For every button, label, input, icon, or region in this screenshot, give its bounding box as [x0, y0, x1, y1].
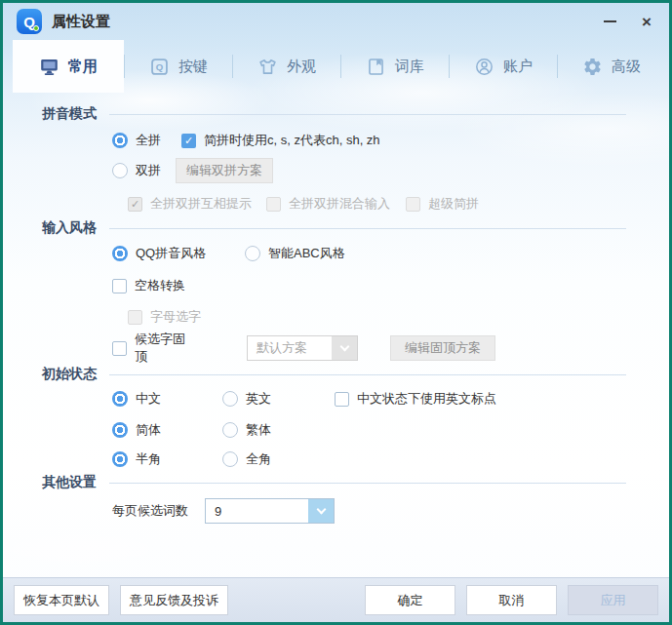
- qq-pinyin-logo-icon: Q: [17, 9, 42, 34]
- radio-label: 繁体: [246, 421, 271, 439]
- radio-unselected-icon: [222, 451, 238, 467]
- tab-label: 按键: [178, 58, 208, 76]
- checkbox-english-punct[interactable]: 中文状态下使用英文标点: [335, 390, 496, 408]
- radio-full-width[interactable]: 全角: [222, 450, 271, 468]
- gear-icon: [582, 57, 603, 77]
- title-bar: Q 属性设置 ×: [3, 3, 669, 40]
- section-title: 初始状态: [42, 366, 97, 383]
- row-width: 半角 全角: [3, 449, 669, 469]
- section-title: 其他设置: [42, 474, 97, 491]
- checkbox-label: 全拼双拼互相提示: [150, 195, 252, 213]
- radio-selected-icon: [112, 246, 128, 261]
- edit-shuangpin-button: 编辑双拼方案: [176, 158, 273, 183]
- section-initial-state: 初始状态: [42, 367, 626, 382]
- row-space-convert: 空格转换: [3, 277, 669, 294]
- pin-scheme-dropdown: 默认方案: [247, 335, 358, 361]
- tab-dictionary[interactable]: 词库: [341, 40, 449, 93]
- row-shuangpin-suboptions: ✓ 全拼双拼互相提示 全拼双拼混合输入 超级简拼: [3, 195, 669, 213]
- section-divider: [109, 114, 626, 115]
- row-language: 中文 英文 中文状态下使用英文标点: [3, 389, 669, 409]
- checkbox-space-convert[interactable]: 空格转换: [112, 277, 185, 294]
- checkbox-unchecked-icon: [112, 341, 127, 356]
- footer-bar: 恢复本页默认 意见反馈及投诉 确定 取消 应用: [3, 577, 669, 622]
- radio-unselected-icon: [222, 422, 238, 438]
- dropdown-value: 默认方案: [248, 339, 332, 357]
- radio-chinese[interactable]: 中文: [112, 390, 222, 408]
- apply-button: 应用: [568, 585, 658, 615]
- checkbox-label: 候选字固顶: [135, 331, 197, 366]
- radio-unselected-icon: [112, 163, 128, 178]
- radio-label: 全拼: [136, 132, 161, 149]
- radio-unselected-icon: [222, 391, 238, 407]
- chevron-down-icon: [332, 336, 357, 360]
- section-divider: [109, 483, 626, 484]
- radio-shuangpin[interactable]: 双拼: [112, 162, 176, 179]
- radio-quanpin[interactable]: 全拼: [112, 132, 181, 149]
- edit-pin-scheme-button: 编辑固顶方案: [390, 335, 495, 361]
- checkbox-letter-select: 字母选字: [128, 308, 201, 326]
- tab-label: 常用: [68, 58, 98, 76]
- cancel-button[interactable]: 取消: [466, 585, 557, 615]
- radio-selected-icon: [112, 451, 128, 467]
- checkbox-label: 简拼时使用c, s, z代表ch, sh, zh: [204, 132, 380, 149]
- section-input-style: 输入风格: [42, 220, 626, 236]
- row-letter-select: 字母选字: [3, 308, 669, 326]
- checkbox-disabled-checked-icon: ✓: [128, 197, 142, 212]
- tab-bar: 常用 Q 按键 外观 词库 账户: [3, 40, 669, 93]
- window-title: 属性设置: [52, 13, 110, 31]
- window-controls: ×: [604, 14, 655, 30]
- checkbox-mutual-hint: ✓ 全拼双拼互相提示: [128, 195, 266, 213]
- chevron-down-icon: [308, 499, 334, 523]
- tab-label: 账户: [503, 58, 533, 76]
- checkbox-super-jianpin: 超级简拼: [406, 195, 479, 213]
- radio-english[interactable]: 英文: [222, 390, 335, 408]
- radio-label: QQ拼音风格: [136, 245, 206, 262]
- radio-selected-icon: [112, 422, 128, 438]
- checkbox-checked-icon: ✓: [181, 134, 196, 148]
- section-pinyin-mode: 拼音模式: [42, 106, 626, 122]
- radio-traditional[interactable]: 繁体: [222, 421, 271, 439]
- row-style: QQ拼音风格 智能ABC风格: [3, 244, 669, 263]
- checkbox-jianpin-csz[interactable]: ✓ 简拼时使用c, s, z代表ch, sh, zh: [181, 132, 380, 149]
- checkbox-disabled-unchecked-icon: [128, 310, 142, 325]
- checkbox-label: 全拼双拼混合输入: [289, 195, 390, 213]
- checkbox-unchecked-icon: [335, 392, 349, 407]
- dropdown-value: 9: [206, 504, 308, 519]
- row-shuangpin: 双拼 编辑双拼方案: [3, 158, 669, 183]
- tab-common[interactable]: 常用: [13, 40, 124, 93]
- ok-button[interactable]: 确定: [365, 585, 455, 615]
- checkbox-unchecked-icon: [112, 279, 127, 293]
- tab-account[interactable]: 账户: [450, 40, 557, 93]
- checkbox-candidate-pin[interactable]: 候选字固顶: [112, 331, 197, 366]
- tshirt-icon: [257, 57, 278, 77]
- radio-label: 双拼: [136, 162, 161, 179]
- tab-label: 高级: [612, 58, 641, 76]
- row-quanpin: 全拼 ✓ 简拼时使用c, s, z代表ch, sh, zh: [3, 131, 669, 150]
- candidates-per-page-dropdown[interactable]: 9: [205, 498, 335, 524]
- minimize-button[interactable]: [604, 20, 616, 22]
- radio-label: 简体: [136, 421, 161, 439]
- checkbox-label: 超级简拼: [428, 195, 479, 213]
- row-candidate-pin: 候选字固顶 默认方案 编辑固顶方案: [3, 335, 669, 361]
- section-divider: [109, 228, 626, 229]
- radio-label: 中文: [136, 390, 161, 408]
- radio-label: 智能ABC风格: [268, 245, 345, 262]
- key-q-icon: Q: [149, 57, 170, 77]
- checkbox-mixed-input: 全拼双拼混合输入: [266, 195, 406, 213]
- tab-keys[interactable]: Q 按键: [125, 40, 232, 93]
- checkbox-label: 中文状态下使用英文标点: [357, 390, 496, 408]
- tab-appearance[interactable]: 外观: [233, 40, 340, 93]
- radio-label: 半角: [136, 450, 161, 468]
- radio-unselected-icon: [245, 246, 260, 261]
- feedback-button[interactable]: 意见反馈及投诉: [120, 585, 228, 615]
- radio-half-width[interactable]: 半角: [112, 450, 222, 468]
- radio-simplified[interactable]: 简体: [112, 421, 222, 439]
- tab-advanced[interactable]: 高级: [558, 40, 665, 93]
- section-other-settings: 其他设置: [42, 475, 626, 490]
- radio-label: 英文: [246, 390, 271, 408]
- radio-abc-style[interactable]: 智能ABC风格: [245, 245, 345, 262]
- close-button[interactable]: ×: [642, 14, 652, 30]
- restore-defaults-button[interactable]: 恢复本页默认: [14, 585, 109, 615]
- radio-qq-style[interactable]: QQ拼音风格: [112, 245, 245, 262]
- tab-label: 词库: [395, 58, 424, 76]
